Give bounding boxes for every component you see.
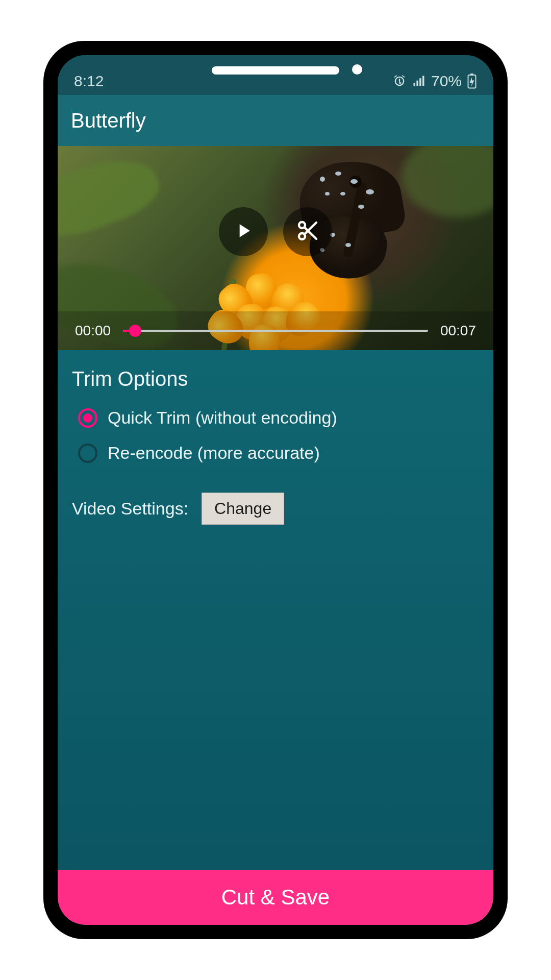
radio-dot-icon	[83, 413, 92, 423]
trim-options-panel: Trim Options Quick Trim (without encodin…	[58, 350, 493, 870]
status-right: 70%	[392, 72, 477, 90]
video-controls	[219, 207, 332, 256]
change-settings-button[interactable]: Change	[202, 493, 284, 525]
speaker-notch	[212, 66, 339, 75]
trim-options-title: Trim Options	[72, 368, 479, 390]
video-preview: 00:00 00:07	[58, 146, 493, 350]
bg-leaf	[58, 146, 166, 249]
radio-label: Quick Trim (without encoding)	[108, 408, 337, 428]
radio-quick-trim[interactable]: Quick Trim (without encoding)	[78, 408, 479, 428]
screen: 8:12 70% Butterfly	[58, 55, 493, 925]
timeline-end-time: 00:07	[440, 323, 476, 339]
phone-frame: 8:12 70% Butterfly	[43, 41, 508, 939]
app-bar: Butterfly	[58, 95, 493, 146]
timeline-track[interactable]	[123, 330, 428, 332]
status-time-area: 8:12	[74, 72, 104, 90]
radio-reencode[interactable]: Re-encode (more accurate)	[78, 443, 479, 463]
video-timeline: 00:00 00:07	[58, 311, 493, 350]
alarm-icon	[392, 74, 407, 88]
signal-icon	[412, 74, 426, 88]
cut-button[interactable]	[283, 207, 332, 256]
trim-mode-radio-group: Quick Trim (without encoding) Re-encode …	[72, 408, 479, 463]
radio-label: Re-encode (more accurate)	[108, 443, 320, 463]
svg-rect-1	[470, 74, 473, 75]
front-camera	[352, 64, 362, 75]
play-icon	[232, 219, 255, 244]
radio-indicator	[78, 408, 97, 428]
timeline-thumb[interactable]	[129, 325, 141, 337]
status-bar: 8:12 70%	[58, 55, 493, 95]
battery-charging-icon	[467, 74, 477, 89]
timeline-start-time: 00:00	[75, 323, 111, 339]
battery-percent: 70%	[431, 72, 462, 90]
cut-and-save-button[interactable]: Cut & Save	[58, 870, 493, 925]
video-settings-label: Video Settings:	[72, 499, 188, 519]
radio-indicator	[78, 444, 97, 463]
play-button[interactable]	[219, 207, 268, 256]
video-settings-row: Video Settings: Change	[72, 493, 479, 525]
scissors-icon	[295, 218, 320, 245]
page-title: Butterfly	[71, 109, 146, 132]
status-time: 8:12	[74, 72, 104, 90]
